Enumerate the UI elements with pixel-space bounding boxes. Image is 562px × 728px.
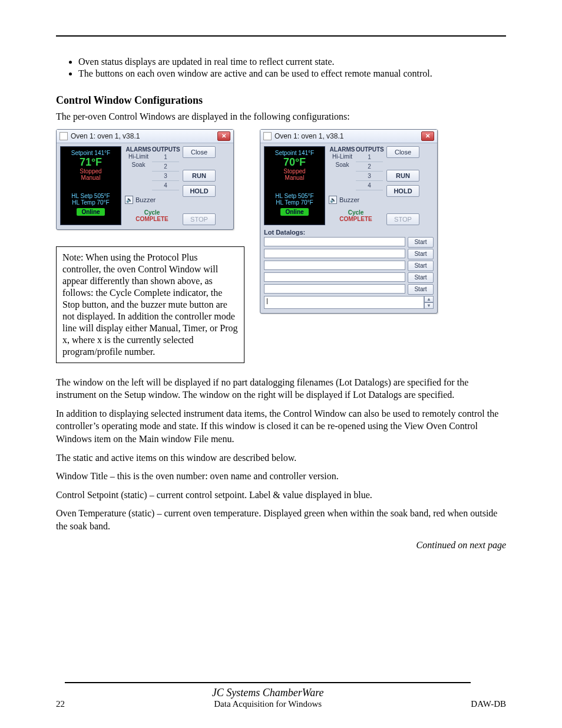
hold-button[interactable]: HOLD bbox=[386, 185, 419, 197]
lot-input-1[interactable] bbox=[264, 237, 405, 246]
scroll-up-icon[interactable]: ▲ bbox=[424, 296, 434, 302]
scroll-down-icon[interactable]: ▼ bbox=[424, 302, 434, 309]
continued-label: Continued on next page bbox=[56, 539, 506, 552]
oven-window-a: Oven 1: oven 1, v38.1 ✕ Setpoint 141°F 7… bbox=[56, 129, 234, 230]
titlebar: Oven 1: oven 1, v38.1 ✕ bbox=[260, 130, 437, 143]
lot-textarea[interactable]: | bbox=[264, 296, 424, 309]
buzzer-label: Buzzer bbox=[135, 196, 156, 203]
bullet-list: Oven status displays are updated in real… bbox=[56, 57, 506, 79]
setpoint-label: Setpoint 141°F bbox=[266, 150, 323, 156]
footer-title-b: Data Acquisition for Windows bbox=[65, 699, 471, 709]
alarm-hi-limit: Hi-Limit bbox=[125, 153, 152, 161]
note-box: Note: When using the Protocol Plus contr… bbox=[56, 246, 244, 363]
hl-setp: HL Setp 505°F bbox=[266, 193, 323, 199]
mute-icon[interactable]: 🔈 bbox=[329, 196, 337, 204]
run-button[interactable]: RUN bbox=[183, 170, 216, 182]
stopped-label: Stopped bbox=[266, 168, 323, 174]
lot-input-2[interactable] bbox=[264, 249, 405, 258]
app-icon bbox=[59, 132, 68, 140]
alarm-soak: Soak bbox=[125, 161, 152, 169]
lot-start-button[interactable]: Start bbox=[408, 237, 434, 248]
stopped-label: Stopped bbox=[62, 168, 119, 174]
section-title: Control Window Configurations bbox=[56, 94, 506, 107]
close-button[interactable]: Close bbox=[386, 146, 419, 158]
footer-title-a: JC Systems ChamberWare bbox=[212, 687, 324, 699]
status-panel: Setpoint 141°F 70°F Stopped Manual HL Se… bbox=[264, 146, 325, 225]
scrollbar[interactable]: ▲▼ bbox=[424, 296, 434, 309]
hl-setp: HL Setp 505°F bbox=[62, 193, 119, 199]
body-paragraph: Oven Temperature (static) – current oven… bbox=[56, 507, 506, 532]
oven-temperature: 71°F bbox=[62, 156, 119, 168]
footer-code: DAW-DB bbox=[471, 699, 506, 709]
hl-temp: HL Temp 70°F bbox=[62, 199, 119, 206]
window-title: Oven 1: oven 1, v38.1 bbox=[275, 132, 421, 140]
manual-label: Manual bbox=[266, 174, 323, 181]
mute-icon[interactable]: 🔈 bbox=[125, 196, 133, 204]
manual-label: Manual bbox=[62, 174, 119, 181]
body-paragraph: The static and active items on this wind… bbox=[56, 452, 506, 465]
hold-button[interactable]: HOLD bbox=[183, 185, 216, 197]
oven-temperature: 70°F bbox=[266, 156, 323, 168]
bullet-item: Oven status displays are updated in real… bbox=[78, 57, 506, 67]
note-body: When using the Protocol Plus controller,… bbox=[62, 252, 238, 357]
bullet-item: The buttons on each oven window are acti… bbox=[78, 68, 506, 79]
output-2: 2 bbox=[356, 162, 383, 172]
hl-temp: HL Temp 70°F bbox=[266, 199, 323, 206]
output-4: 4 bbox=[356, 181, 383, 190]
lot-input-4[interactable] bbox=[264, 272, 405, 282]
footer-page-number: 22 bbox=[56, 699, 65, 709]
oven-window-b: Oven 1: oven 1, v38.1 ✕ Setpoint 141°F 7… bbox=[260, 129, 438, 314]
alarm-soak: Soak bbox=[329, 161, 356, 169]
stop-button[interactable]: STOP bbox=[183, 213, 216, 225]
body-paragraph: In addition to displaying selected instr… bbox=[56, 407, 506, 446]
body-paragraph: Control Setpoint (static) – current cont… bbox=[56, 489, 506, 502]
stop-button[interactable]: STOP bbox=[386, 213, 419, 225]
alarms-header: ALARMS bbox=[125, 146, 152, 153]
output-2: 2 bbox=[152, 162, 179, 172]
online-badge: Online bbox=[77, 208, 104, 216]
status-panel: Setpoint 141°F 71°F Stopped Manual HL Se… bbox=[60, 146, 121, 225]
output-1: 1 bbox=[356, 153, 383, 162]
buzzer-label: Buzzer bbox=[339, 196, 359, 203]
cycle-complete-indicator: Cycle COMPLETE bbox=[329, 209, 383, 222]
note-label: Note: bbox=[62, 252, 84, 262]
mid-column: ALARMS Hi-Limit Soak OUTPUTS 1 2 3 4 bbox=[329, 146, 383, 225]
lot-datalogs-section: Lot Datalogs: Start Start Start Start St… bbox=[264, 229, 434, 309]
lot-start-button[interactable]: Start bbox=[408, 272, 434, 283]
footer-rule bbox=[65, 682, 471, 683]
intro-paragraph: The per-oven Control Windows are display… bbox=[56, 110, 506, 123]
lot-datalogs-label: Lot Datalogs: bbox=[264, 229, 434, 236]
alarms-header: ALARMS bbox=[329, 146, 356, 153]
page-footer: 22 JC Systems ChamberWare Data Acquisiti… bbox=[56, 681, 506, 709]
outputs-header: OUTPUTS bbox=[152, 146, 179, 153]
close-button[interactable]: Close bbox=[183, 146, 216, 158]
body-paragraph: Window Title – this is the oven number: … bbox=[56, 470, 506, 483]
lot-start-button[interactable]: Start bbox=[408, 284, 434, 295]
lot-input-5[interactable] bbox=[264, 284, 405, 294]
titlebar: Oven 1: oven 1, v38.1 ✕ bbox=[57, 130, 233, 143]
lot-start-button[interactable]: Start bbox=[408, 261, 434, 271]
output-1: 1 bbox=[152, 153, 179, 162]
lot-input-3[interactable] bbox=[264, 261, 405, 270]
output-3: 3 bbox=[356, 172, 383, 181]
run-button[interactable]: RUN bbox=[386, 170, 419, 182]
mid-column: ALARMS Hi-Limit Soak OUTPUTS 1 2 3 4 bbox=[125, 146, 179, 225]
online-badge: Online bbox=[280, 208, 308, 216]
output-3: 3 bbox=[152, 172, 179, 181]
alarm-hi-limit: Hi-Limit bbox=[329, 153, 356, 161]
setpoint-label: Setpoint 141°F bbox=[62, 150, 119, 156]
window-close-button[interactable]: ✕ bbox=[217, 131, 230, 141]
outputs-header: OUTPUTS bbox=[356, 146, 383, 153]
cycle-complete-indicator: Cycle COMPLETE bbox=[125, 209, 179, 222]
lot-start-button[interactable]: Start bbox=[408, 249, 434, 259]
body-paragraph: The window on the left will be displayed… bbox=[56, 376, 506, 401]
app-icon bbox=[263, 132, 272, 140]
window-close-button[interactable]: ✕ bbox=[421, 131, 434, 141]
output-4: 4 bbox=[152, 181, 179, 190]
window-title: Oven 1: oven 1, v38.1 bbox=[71, 132, 217, 140]
